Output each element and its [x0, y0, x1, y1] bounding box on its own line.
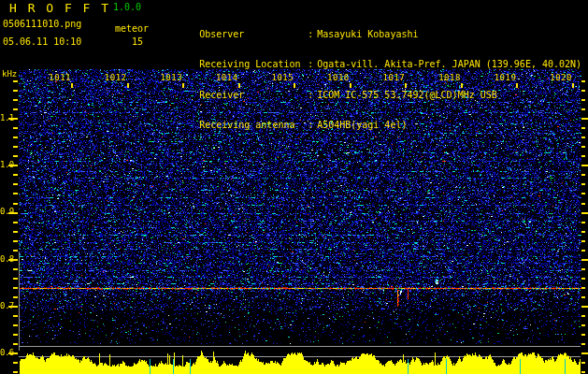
info-label: Receiving antenna — [199, 121, 308, 130]
time-tick-label: 1018 — [438, 74, 461, 82]
info-separator: : — [308, 30, 317, 39]
info-value: ICOM IC-575 53.7492(@LCD)MHz USB — [317, 90, 497, 100]
info-row-location: Receiving Location:Ogata-vill. Akita-Pre… — [165, 50, 581, 62]
info-label: Receiving Location — [199, 60, 308, 69]
time-tick-label: 1017 — [383, 74, 406, 82]
freq-tick-label: 0.6 — [0, 349, 14, 357]
time-tick-label: 1014 — [216, 74, 238, 82]
info-row-antenna: Receiving antenna:A504HB(yagi 4el) — [165, 111, 581, 122]
info-separator: : — [308, 121, 317, 130]
filename-label: 0506111010.png — [3, 20, 81, 29]
observer-info-block: Observer:Masayuki Kobayashi Receiving Lo… — [165, 2, 581, 142]
info-value: Ogata-vill. Akita-Pref. JAPAN (139.96E, … — [317, 59, 581, 69]
app-title: H R O F F T — [9, 2, 110, 14]
info-value: A504HB(yagi 4el) — [317, 120, 407, 130]
info-row-receiver: Receiver:ICOM IC-575 53.7492(@LCD)MHz US… — [165, 81, 581, 93]
mode-label: meteor — [115, 24, 149, 34]
freq-tick-label: 1.0 — [0, 161, 14, 169]
time-tick-label: 1015 — [272, 74, 294, 82]
info-label: Observer — [199, 30, 308, 39]
echo-count-label: 15 — [132, 37, 143, 47]
time-tick-label: 1012 — [105, 74, 127, 82]
freq-tick-label: 0.8 — [0, 255, 14, 264]
info-label: Receiver — [199, 91, 308, 100]
time-tick-label: 1019 — [495, 74, 517, 82]
datetime-label: 05.06.11 10:10 — [3, 37, 81, 47]
hrofft-output-image: H R O F F T 1.0.0 0506111010.png meteor … — [0, 0, 588, 374]
app-version: 1.0.0 — [113, 3, 141, 12]
info-separator: : — [308, 91, 317, 100]
freq-tick-label: 1.1 — [0, 114, 14, 122]
time-tick-label: 1011 — [49, 74, 71, 82]
time-tick-label: 1013 — [160, 74, 182, 82]
info-row-observer: Observer:Masayuki Kobayashi — [165, 21, 581, 32]
time-tick-label: 1016 — [327, 74, 350, 82]
info-value: Masayuki Kobayashi — [317, 29, 418, 39]
freq-axis-unit: kHz — [2, 70, 17, 79]
info-separator: : — [308, 60, 317, 69]
time-tick-label: 1020 — [550, 74, 572, 82]
freq-tick-label: 0.7 — [0, 302, 14, 310]
freq-tick-label: 0.9 — [0, 208, 14, 216]
